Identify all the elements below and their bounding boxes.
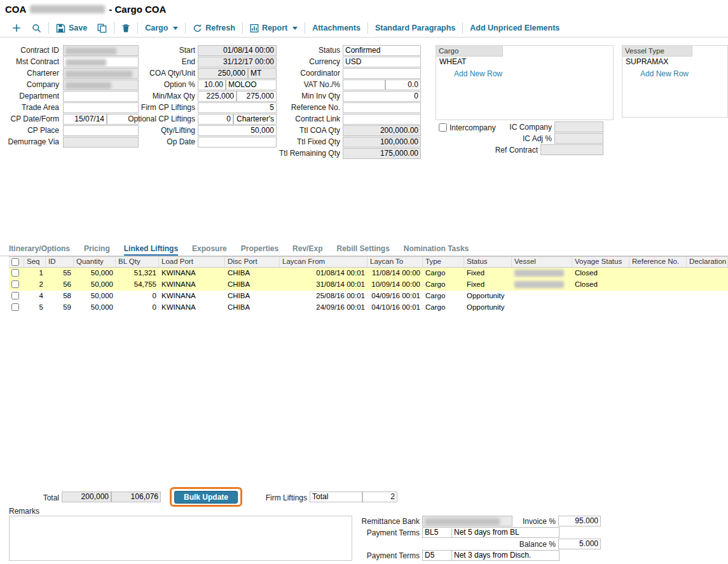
cell-laycan-to: 04/10/16 00:01 [367, 302, 423, 313]
redacted-contract-number [30, 5, 105, 13]
ic-company-field[interactable] [554, 121, 603, 132]
refresh-button[interactable]: Refresh [188, 24, 240, 33]
lifting-row[interactable]: 45850,0000KWINANACHIBA25/08/16 00:0104/0… [9, 291, 728, 302]
cell-reference-no [629, 279, 687, 291]
remarks-textarea[interactable] [9, 516, 352, 561]
lifting-row[interactable]: 55950,0000KWINANACHIBA24/09/16 00:0104/1… [9, 302, 728, 313]
tab-rev-exp[interactable]: Rev/Exp [292, 244, 322, 256]
intercompany-checkbox[interactable] [439, 123, 447, 132]
vat-no-field[interactable] [343, 79, 385, 90]
refresh-label: Refresh [205, 24, 235, 32]
delete-button[interactable] [116, 24, 135, 33]
save-button[interactable]: Save [51, 24, 92, 33]
column-header-reference-no[interactable]: Reference No. [629, 257, 687, 267]
tab-pricing[interactable]: Pricing [84, 244, 110, 256]
payment-terms-1-code-field[interactable]: BL5 [422, 527, 452, 538]
cell-seq: 5 [24, 302, 46, 313]
cell-seq: 2 [24, 279, 46, 291]
option-pct-field[interactable]: 10.00 [198, 79, 226, 90]
select-all-checkbox[interactable] [11, 258, 19, 266]
firm-cp-liftings-label: Firm CP Liftings [121, 102, 195, 113]
row-select-cell[interactable] [9, 268, 24, 279]
report-label: Report [262, 24, 287, 32]
standard-paragraphs-button[interactable]: Standard Paragraphs [370, 24, 460, 32]
row-select-cell[interactable] [9, 291, 24, 302]
ref-contract-field[interactable] [540, 144, 603, 155]
lifting-row[interactable]: 25650,00054,755KWINANACHIBA31/08/14 00:0… [9, 279, 728, 291]
cargo-menu-button[interactable]: Cargo [140, 24, 183, 32]
coordinator-field[interactable] [343, 68, 421, 79]
cp-date-field[interactable]: 15/07/14 [63, 114, 107, 125]
toolbar: Save Cargo Refresh Report Attachments St… [0, 19, 728, 38]
cargo-add-new-row-link[interactable]: Add New Row [454, 69, 502, 78]
tab-properties[interactable]: Properties [241, 244, 278, 256]
remittance-bank-field[interactable] [422, 516, 512, 526]
cargo-column-header[interactable]: Cargo [436, 46, 503, 57]
column-header-status[interactable]: Status [464, 257, 512, 267]
payment-terms-2-code-field[interactable]: D5 [422, 550, 452, 561]
column-header-load-port[interactable]: Load Port [159, 257, 225, 267]
cargo-row[interactable]: WHEAT [436, 57, 613, 67]
tab-itinerary-options[interactable]: Itinerary/Options [9, 244, 70, 256]
end-field[interactable]: 31/12/17 00:00 [198, 57, 277, 67]
cell-laycan-from: 31/08/14 00:01 [280, 279, 367, 291]
add-unpriced-elements-button[interactable]: Add Unpriced Elements [465, 24, 565, 32]
column-header-seq[interactable]: Seq [24, 257, 46, 267]
toolbar-divider [114, 22, 114, 34]
row-checkbox[interactable] [11, 269, 19, 277]
tab-rebill-settings[interactable]: Rebill Settings [336, 244, 389, 256]
tab-linked-liftings[interactable]: Linked Liftings [124, 244, 178, 256]
status-field[interactable]: Confirmed [343, 45, 421, 56]
lifting-row[interactable]: 15550,00051,321KWINANACHIBA01/08/14 00:0… [9, 268, 728, 279]
column-header-laycan-to[interactable]: Laycan To [367, 257, 423, 267]
qty-per-lifting-field[interactable]: 50,000 [198, 125, 277, 136]
invoice-pct-field[interactable]: 95.000 [558, 516, 601, 526]
row-checkbox[interactable] [11, 303, 19, 311]
cell-declaration [687, 291, 728, 302]
column-header-laycan-from[interactable]: Laycan From [280, 257, 367, 267]
cell-seq: 1 [24, 268, 46, 279]
payment-terms-2-label: Payment Terms [356, 551, 420, 561]
attachments-button[interactable]: Attachments [307, 24, 366, 32]
vessel-add-new-row-link[interactable]: Add New Row [640, 69, 689, 78]
column-header-voyage-status[interactable]: Voyage Status [572, 257, 629, 267]
column-header-disc-port[interactable]: Disc Port [225, 257, 280, 267]
row-checkbox[interactable] [11, 292, 19, 299]
row-select-cell[interactable] [9, 302, 24, 313]
cell-status: Opportunity [464, 291, 512, 302]
column-header-declaration[interactable]: Declaration [687, 257, 728, 267]
bulk-update-button[interactable]: Bulk Update [174, 491, 238, 504]
report-menu-button[interactable]: Report [245, 24, 303, 33]
column-header-type[interactable]: Type [423, 257, 464, 267]
search-button[interactable] [27, 24, 46, 33]
vessel-type-column-header[interactable]: Vessel Type [622, 46, 692, 57]
tab-exposure[interactable]: Exposure [192, 244, 227, 256]
vessel-type-row[interactable]: SUPRAMAX [622, 57, 727, 67]
currency-field[interactable]: USD [343, 57, 421, 67]
row-select-cell[interactable] [9, 279, 24, 291]
row-checkbox[interactable] [11, 280, 19, 288]
vat-pct-field[interactable]: 0.0 [385, 79, 421, 90]
new-button[interactable] [6, 23, 27, 33]
coa-qty-field[interactable]: 250,000 [198, 68, 248, 79]
select-all-cell[interactable] [9, 257, 24, 267]
op-date-field[interactable] [198, 137, 277, 148]
start-field[interactable]: 01/08/14 00:00 [198, 45, 277, 56]
column-header-id[interactable]: ID [46, 257, 74, 267]
min-inv-qty-field[interactable]: 0 [343, 91, 421, 102]
column-header-quantity[interactable]: Quantity [74, 257, 116, 267]
reference-no-field[interactable] [343, 102, 421, 113]
firm-liftings-count-field[interactable]: 2 [362, 492, 397, 502]
column-header-bl-qty[interactable]: BL Qty [116, 257, 159, 267]
contract-link-field[interactable] [343, 114, 421, 125]
optional-cp-liftings-field[interactable]: 0 [198, 114, 233, 125]
ic-adj-field[interactable] [554, 133, 603, 144]
firm-liftings-mode-field[interactable]: Total [310, 492, 362, 502]
column-header-vessel[interactable]: Vessel [512, 257, 572, 267]
copy-button[interactable] [92, 24, 112, 33]
balance-pct-field[interactable]: 5.000 [558, 539, 601, 549]
firm-cp-liftings-field[interactable]: 5 [198, 102, 277, 113]
tab-nomination-tasks[interactable]: Nomination Tasks [404, 244, 469, 256]
min-qty-field[interactable]: 225,000 [198, 91, 237, 102]
bulk-update-highlight: Bulk Update [170, 487, 242, 507]
